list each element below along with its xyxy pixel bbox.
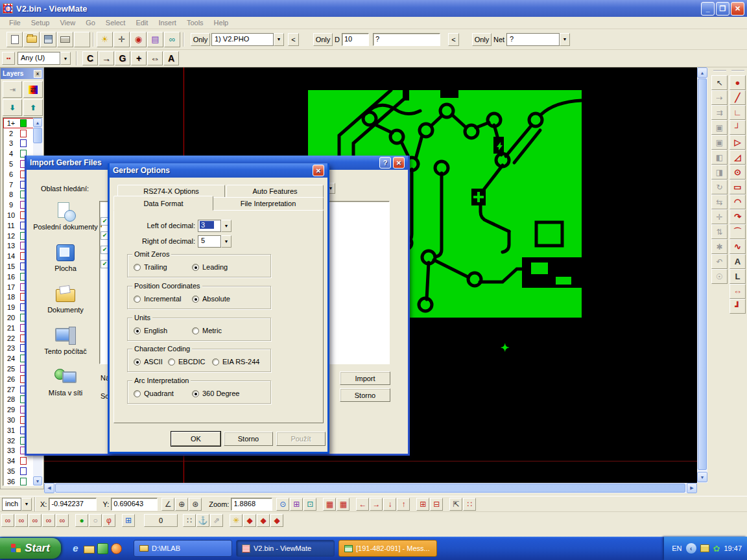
layer-insert-button[interactable]: ⇥ (3, 81, 22, 98)
lamp-probe-button[interactable]: φ (102, 514, 115, 527)
rotate-button[interactable]: ↻ (711, 180, 728, 194)
only-net-button[interactable]: Only (472, 33, 492, 46)
flash-highlight-button[interactable]: ☀ (97, 32, 113, 47)
move-item-button[interactable]: ⇢ (711, 90, 728, 105)
pad-mixed-mode-button[interactable]: ◆ (270, 514, 283, 527)
highlight-state-button[interactable]: ● (75, 514, 88, 527)
close-icon[interactable]: ✕ (731, 2, 744, 16)
nudge-button[interactable]: ⇅ (711, 224, 728, 239)
incremental-radio[interactable] (134, 296, 141, 303)
menu-item[interactable]: Help (209, 18, 234, 28)
degree360-radio[interactable] (192, 390, 199, 397)
inspect-glasses-button[interactable]: ∞ (164, 32, 180, 47)
layer-select[interactable]: 1) V2.PHO ▼ (211, 33, 284, 46)
tab-file-interpretation[interactable]: File Interpretation (213, 197, 324, 210)
open-file-button[interactable] (23, 32, 40, 47)
grid-add-button[interactable]: ⊞ (416, 498, 429, 511)
layer-move-down-button[interactable]: ⬇ (3, 99, 22, 116)
menu-item[interactable]: View (54, 18, 80, 28)
zoom-select-button[interactable]: ⊡ (303, 498, 316, 511)
layer-swatch[interactable] (20, 467, 27, 475)
draw-route-button[interactable]: ┛ (729, 299, 746, 314)
draw-rect-button[interactable]: ▭ (729, 180, 746, 194)
layer-row[interactable]: 34 (3, 456, 34, 466)
right-of-decimal-select[interactable]: 5 ▼ (198, 235, 231, 248)
step-repeat-button[interactable]: ⇉ (711, 105, 728, 120)
layer-row[interactable]: 1+ (3, 118, 34, 128)
stretch-button[interactable]: ⇗ (210, 514, 223, 527)
aperture-c-button[interactable]: C (82, 51, 98, 65)
select-window-button[interactable]: ⇱ (449, 498, 462, 511)
place-recent-documents[interactable]: Poslední dokumenty (32, 202, 99, 231)
context-help-button[interactable] (74, 32, 90, 47)
draw-pad-button[interactable]: ● (729, 75, 746, 90)
menu-item[interactable]: Insert (153, 18, 182, 28)
draw-arc-up-button[interactable]: ◠ (729, 194, 746, 209)
select-area-button[interactable]: ∷ (463, 498, 476, 511)
view-trace-glasses-button[interactable]: ∞ (42, 514, 55, 527)
draw-arc-button[interactable]: ⌒ (729, 224, 746, 239)
drag-handle[interactable] (713, 70, 726, 74)
chevron-down-icon[interactable]: ▼ (60, 52, 71, 65)
align-button[interactable]: ✛ (711, 209, 728, 224)
layer-swatch[interactable] (20, 457, 27, 465)
aperture-plus-button[interactable]: + (131, 51, 147, 65)
task-dmlab[interactable]: D:\MLAB (134, 540, 232, 557)
layer-swatch[interactable] (20, 119, 27, 127)
mirror-y-button[interactable]: ◨ (711, 165, 728, 180)
chevron-down-icon[interactable]: ▼ (274, 33, 284, 46)
english-radio[interactable] (134, 327, 141, 334)
menu-item[interactable]: Edit (130, 18, 153, 28)
quicklaunch-book-icon[interactable] (97, 543, 108, 554)
vscroll-thumb[interactable] (698, 78, 707, 470)
view-sketch-glasses-button[interactable]: ∞ (56, 514, 69, 527)
firefox-icon[interactable] (111, 543, 122, 554)
dcode-film-button[interactable]: ◉ (130, 32, 147, 47)
close-icon[interactable]: ✕ (313, 165, 324, 176)
dcode-input[interactable]: 10 (342, 33, 369, 46)
metric-radio[interactable] (192, 327, 199, 334)
task-message[interactable]: [191-482-091] - Mess... (338, 540, 437, 557)
absolute-radio[interactable] (192, 296, 199, 303)
pad-solid-mode-button[interactable]: ◆ (243, 514, 256, 527)
pan-right-button[interactable]: → (370, 498, 383, 511)
draw-bend-button[interactable]: ┘ (729, 120, 746, 135)
layer-row[interactable]: 2 (3, 128, 34, 139)
ebcdic-radio[interactable] (168, 358, 175, 366)
tray-collapse-icon[interactable]: ‹ (686, 543, 696, 554)
ascii-radio[interactable] (134, 358, 141, 366)
lamp-off-button[interactable]: ○ (89, 514, 102, 527)
anchor-button[interactable]: ⚓ (196, 514, 209, 527)
aperture-select[interactable]: Any (U) ▼ (18, 52, 71, 65)
only-layer-button[interactable]: Only (191, 33, 210, 46)
chevron-down-icon[interactable]: ▼ (221, 235, 231, 248)
layer-move-up-button[interactable]: ⬆ (23, 99, 43, 116)
menu-item[interactable]: Setup (26, 18, 55, 28)
pick-point-button[interactable]: ☉ (711, 269, 728, 284)
apply-button[interactable]: Použít (276, 432, 326, 446)
hscroll-thumb[interactable] (55, 484, 685, 493)
help-icon[interactable]: ? (379, 157, 391, 169)
quicklaunch-folder-icon[interactable] (84, 546, 95, 554)
view-draw-glasses-button[interactable]: ∞ (15, 514, 28, 527)
snap-origin-button[interactable]: ⊛ (189, 498, 202, 511)
print-button[interactable] (57, 32, 73, 47)
close-icon[interactable]: ✕ (393, 157, 405, 169)
draw-dimension-button[interactable]: ⇔ (729, 284, 746, 299)
scroll-left-icon[interactable]: ◀ (44, 483, 54, 493)
chevron-down-icon[interactable]: ▼ (560, 33, 570, 46)
scroll-right-icon[interactable]: ▶ (687, 483, 697, 493)
internet-explorer-icon[interactable]: e (70, 543, 81, 554)
start-button[interactable]: Start (0, 538, 61, 559)
pad-outline-mode-button[interactable]: ◆ (257, 514, 270, 527)
new-file-button[interactable] (6, 32, 23, 47)
dcode-query-input[interactable]: ? (373, 33, 440, 46)
tray-messenger-icon[interactable]: ✿ (713, 544, 720, 554)
scroll-down-icon[interactable]: ▼ (697, 472, 707, 482)
aperture-g-button[interactable]: G (115, 51, 130, 65)
pan-down-button[interactable]: ↓ (383, 498, 396, 511)
pan-up-button[interactable]: ↑ (397, 498, 410, 511)
dot-grid-button[interactable]: ∷ (183, 514, 196, 527)
draw-angle-button[interactable]: ▷ (729, 135, 746, 150)
view-flash-glasses-button[interactable]: ∞ (1, 514, 14, 527)
